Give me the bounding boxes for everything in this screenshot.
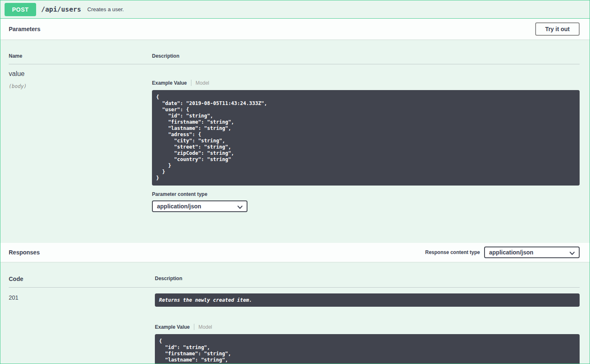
response-content-type-select[interactable]: application/json — [484, 247, 580, 258]
parameters-table-head: Name Description — [9, 53, 580, 64]
parameter-description-cell: Example Value Model { "date": "2019-08-0… — [152, 70, 580, 212]
response-content-type-value: application/json — [489, 249, 534, 256]
parameter-name-cell: value (body) — [9, 70, 152, 212]
responses-table-head: Code Description — [9, 276, 580, 288]
try-it-out-button[interactable]: Try it out — [535, 22, 580, 36]
parameter-row: value (body) Example Value Model { "date… — [9, 64, 580, 212]
response-code: 201 — [9, 293, 155, 364]
response-description-cell: Returns the newly created item. Example … — [155, 293, 580, 364]
response-example-json[interactable]: { "id": "string", "firstname": "string",… — [155, 334, 580, 364]
parameter-content-type-select[interactable]: application/json — [152, 200, 247, 212]
model-example-tabs: Example Value Model — [155, 324, 580, 330]
response-code-header: Code — [9, 276, 155, 282]
method-badge: POST — [5, 3, 36, 16]
opblock-post: POST /api/users Creates a user. Paramete… — [0, 0, 590, 364]
response-description: Returns the newly created item. — [155, 293, 580, 307]
parameter-content-type-value: application/json — [157, 203, 201, 210]
parameter-content-type-label: Parameter content type — [152, 191, 580, 197]
chevron-down-icon — [569, 250, 575, 256]
responses-title: Responses — [9, 249, 40, 256]
endpoint-description: Creates a user. — [87, 6, 124, 12]
responses-section-header: Responses Response content type applicat… — [0, 243, 590, 262]
param-description-header: Description — [152, 53, 580, 59]
response-description-header: Description — [155, 276, 580, 282]
tab-model[interactable]: Model — [198, 324, 212, 330]
tab-separator — [191, 80, 191, 86]
chevron-down-icon — [237, 204, 243, 210]
parameters-title: Parameters — [9, 26, 40, 32]
parameter-location: (body) — [9, 83, 152, 89]
response-row: 201 Returns the newly created item. Exam… — [9, 288, 580, 364]
parameters-section-header: Parameters Try it out — [0, 19, 590, 39]
param-name-header: Name — [9, 53, 152, 59]
tab-separator — [194, 324, 194, 330]
endpoint-summary[interactable]: POST /api/users Creates a user. — [0, 0, 590, 19]
parameter-name: value — [9, 70, 152, 78]
responses-body: Code Description 201 Returns the newly c… — [0, 262, 590, 364]
tab-example-value[interactable]: Example Value — [155, 324, 190, 330]
model-example-tabs: Example Value Model — [152, 80, 580, 86]
response-content-type-group: Response content type application/json — [425, 247, 580, 258]
tab-model[interactable]: Model — [196, 80, 209, 86]
tab-example-value[interactable]: Example Value — [152, 80, 187, 86]
response-content-type-label: Response content type — [425, 249, 480, 255]
endpoint-path: /api/users — [41, 5, 81, 13]
parameters-body: Name Description value (body) Example Va… — [0, 39, 590, 243]
request-example-json[interactable]: { "date": "2019-08-05T11:43:24.333Z", "u… — [152, 90, 580, 186]
